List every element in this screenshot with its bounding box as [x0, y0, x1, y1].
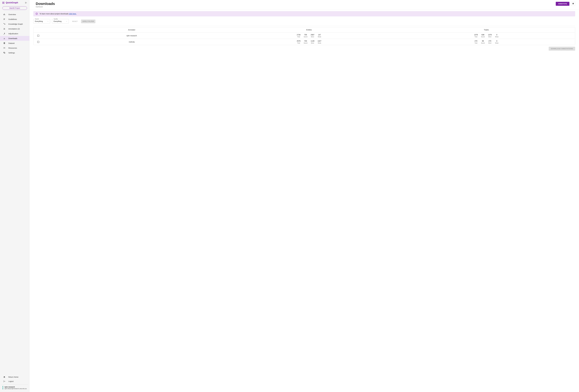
alert-link[interactable]: click here. — [69, 13, 76, 15]
table-row: melinda 2576Total 703Saved 1149Silver 14… — [33, 39, 575, 45]
svg-line-24 — [4, 48, 4, 48]
select-legend: Quality — [53, 18, 58, 20]
chevron-down-icon — [66, 21, 67, 22]
svg-point-13 — [4, 28, 4, 29]
row-checkbox[interactable] — [37, 41, 39, 43]
user-meta: tyler-research tyler.bikaun@research.uwa… — [4, 386, 27, 390]
sidebar-item-resources[interactable]: Resources — [0, 46, 29, 50]
select-value: Everything — [54, 20, 62, 22]
sidebar-item-label: Guidelines — [8, 18, 17, 20]
hub-icon — [3, 47, 5, 49]
brand[interactable]: QuickGraph — [2, 1, 18, 4]
filters: Saved Everything Quality Everything RESE… — [33, 19, 575, 26]
graph-icon — [3, 23, 5, 25]
svg-rect-3 — [3, 14, 4, 15]
triples-stats: 270Total 98Saved 270Silver 0Weak — [398, 40, 575, 44]
main: Downloads Dashboard ANNOTATE To learn mo… — [29, 0, 579, 392]
sidebar-item-label: Resources — [8, 47, 17, 49]
sidebar-item-label: Overview — [8, 13, 16, 15]
sidebar-item-overview[interactable]: Overview — [0, 12, 29, 17]
gavel-icon — [3, 32, 5, 35]
sidebar-item-label: Logout — [8, 380, 13, 382]
apply-filter-button[interactable]: APPLY FILTER — [81, 19, 95, 23]
sidebar-item-knowledge-graph[interactable]: Knowledge Graph — [0, 22, 29, 26]
content: To learn more about project downloads cl… — [29, 9, 579, 52]
sidebar-item-label: Adjudication — [8, 33, 18, 35]
sidebar-item-dataset[interactable]: Dataset — [0, 41, 29, 46]
home-icon — [3, 376, 5, 378]
svg-line-25 — [4, 48, 5, 48]
row-checkbox[interactable] — [37, 35, 39, 37]
sidebar-item-annotators[interactable]: Annotators (2) — [0, 26, 29, 31]
header-right: ANNOTATE — [556, 2, 575, 6]
sidebar-item-label: Knowledge Graph — [8, 23, 23, 25]
sidebar-item-label: Return Home — [8, 376, 18, 378]
user-name: tyler-research — [4, 386, 27, 388]
entities-stats: 2576Total 703Saved 1149Silver 1427Weak — [220, 40, 398, 44]
apps-icon — [2, 2, 4, 4]
document-icon — [3, 42, 5, 44]
logout-icon — [3, 380, 5, 383]
svg-line-26 — [4, 48, 4, 48]
sidebar-item-return-home[interactable]: Return Home — [0, 375, 29, 379]
sidebar-item-downloads[interactable]: Downloads — [0, 36, 29, 41]
svg-point-31 — [37, 13, 37, 13]
project-chip[interactable]: MaintIE Project — [2, 6, 27, 10]
sidebar-item-label: Dataset — [8, 42, 15, 44]
entities-stats: 2734Total 705Saved 2587Silver 147Weak — [220, 34, 398, 38]
sidebar-item-label: Downloads — [8, 37, 17, 39]
user-email: tyler.bikaun@research.uwa.edu.au — [4, 388, 27, 390]
triples-stats: 1376Total 638Saved 1376Silver 0Weak — [398, 34, 575, 38]
annotator-name: tyler-research — [43, 35, 220, 37]
table-row: tyler-research 2734Total 705Saved 2587Si… — [33, 33, 575, 39]
page-title: Downloads — [36, 2, 55, 6]
sidebar-item-label: Settings — [8, 52, 15, 54]
sidebar-item-settings[interactable]: Settings — [0, 50, 29, 55]
chevron-down-icon — [47, 21, 49, 22]
notifications-button[interactable] — [571, 2, 575, 6]
quality-select[interactable]: Quality Everything — [52, 19, 69, 24]
svg-rect-15 — [3, 39, 5, 39]
header-left: Downloads Dashboard — [36, 2, 55, 8]
svg-rect-5 — [5, 15, 5, 15]
select-value: Everything — [35, 20, 43, 22]
download-annotations-button[interactable]: DOWNLOAD ANNOTATIONS — [549, 47, 575, 51]
user-profile[interactable]: t tyler-research tyler.bikaun@research.u… — [1, 385, 28, 391]
brand-name: QuickGraph — [6, 1, 18, 4]
sidebar-header: QuickGraph — [0, 0, 29, 5]
info-icon — [35, 13, 38, 15]
reset-button[interactable]: RESET — [71, 19, 79, 23]
download-row: DOWNLOAD ANNOTATIONS — [33, 47, 575, 51]
collapse-sidebar-icon[interactable] — [25, 2, 27, 4]
bar-chart-icon — [3, 13, 5, 16]
sidebar-nav: Overview Guidelines Knowledge Graph Anno… — [0, 12, 29, 375]
info-alert: To learn more about project downloads cl… — [33, 11, 575, 16]
svg-rect-18 — [4, 43, 4, 44]
svg-point-14 — [4, 28, 5, 29]
people-icon — [3, 28, 5, 30]
download-icon — [3, 37, 5, 40]
bell-icon — [572, 3, 574, 5]
annotate-button[interactable]: ANNOTATE — [556, 2, 570, 6]
breadcrumb: Dashboard — [36, 6, 55, 8]
sidebar-item-adjudication[interactable]: Adjudication — [0, 31, 29, 36]
gear-icon — [3, 52, 5, 54]
table-header: Annotator Entities Triples — [33, 27, 575, 33]
avatar: t — [3, 386, 3, 390]
annotators-table: Annotator Entities Triples tyler-researc… — [33, 27, 575, 45]
col-annotator: Annotator — [43, 29, 220, 31]
sidebar-item-logout[interactable]: Logout — [0, 379, 29, 384]
alert-text: To learn more about project downloads cl… — [40, 13, 76, 15]
svg-rect-4 — [4, 14, 4, 15]
svg-line-27 — [4, 48, 5, 48]
col-entities: Entities — [220, 29, 398, 31]
select-legend: Saved — [35, 18, 39, 20]
sidebar: QuickGraph MaintIE Project Overview Guid… — [0, 0, 29, 392]
col-triples: Triples — [398, 29, 575, 31]
sidebar-item-guidelines[interactable]: Guidelines — [0, 17, 29, 22]
annotator-name: melinda — [43, 41, 220, 43]
svg-rect-16 — [4, 43, 5, 43]
sidebar-bottom: Return Home Logout t tyler-research tyle… — [0, 375, 29, 392]
header: Downloads Dashboard ANNOTATE — [29, 0, 579, 9]
saved-select[interactable]: Saved Everything — [33, 19, 50, 24]
